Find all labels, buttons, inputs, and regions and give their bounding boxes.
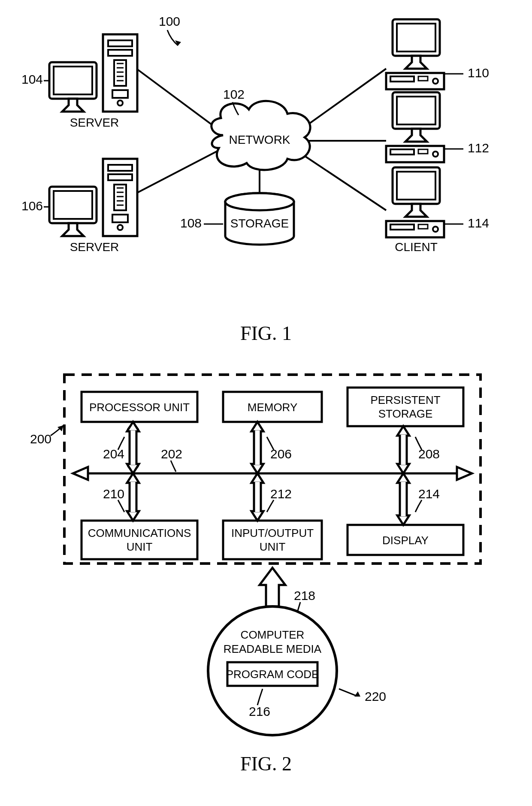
- ref-214: 214: [418, 487, 440, 501]
- client-3-label: CLIENT: [395, 240, 438, 254]
- client-3: CLIENT: [386, 167, 444, 254]
- svg-marker-59: [397, 426, 409, 436]
- svg-text:UNIT: UNIT: [127, 540, 153, 553]
- storage-cylinder: STORAGE: [225, 193, 294, 245]
- figure-1-diagram: 100 NETWORK 102 SERVER 104 SERVER 106 ST…: [9, 9, 523, 318]
- memory-box: MEMORY: [223, 392, 322, 422]
- svg-marker-69: [251, 473, 263, 483]
- svg-text:READABLE MEDIA: READABLE MEDIA: [224, 642, 322, 655]
- server-2-label: SERVER: [70, 240, 119, 254]
- ref-212: 212: [270, 487, 292, 501]
- ref-106: 106: [21, 199, 43, 213]
- ref-200: 200: [30, 432, 51, 446]
- server-1-label: SERVER: [70, 116, 119, 129]
- svg-text:COMMUNICATIONS: COMMUNICATIONS: [88, 527, 191, 539]
- figure-2-diagram: 200 202 PROCESSOR UNIT MEMORY PERSISTENT…: [9, 362, 523, 748]
- svg-line-18: [136, 148, 223, 193]
- server-2: SERVER: [49, 159, 137, 254]
- svg-line-21: [296, 150, 386, 210]
- persistent-storage-box: PERSISTENT STORAGE: [348, 388, 463, 426]
- svg-marker-32: [73, 467, 88, 480]
- computer-readable-media: COMPUTER READABLE MEDIA PROGRAM CODE: [208, 606, 337, 735]
- svg-text:COMPUTER: COMPUTER: [241, 628, 305, 641]
- display-box: DISPLAY: [348, 525, 463, 555]
- network-cloud: NETWORK: [212, 101, 310, 170]
- ref-210: 210: [103, 487, 124, 501]
- ref-102: 102: [223, 87, 245, 101]
- figure-2-caption: FIG. 2: [9, 752, 523, 775]
- svg-marker-74: [397, 473, 409, 483]
- svg-text:UNIT: UNIT: [260, 540, 286, 553]
- svg-text:PERSISTENT: PERSISTENT: [370, 394, 440, 406]
- svg-line-17: [136, 69, 223, 133]
- svg-marker-79: [260, 568, 285, 606]
- ref-204: 204: [103, 447, 124, 461]
- ref-218: 218: [294, 588, 315, 603]
- io-unit-box: INPUT/OUTPUT UNIT: [223, 521, 322, 559]
- svg-marker-64: [127, 473, 139, 483]
- ref-112: 112: [468, 141, 489, 155]
- svg-marker-75: [397, 515, 409, 525]
- ref-100: 100: [159, 14, 180, 28]
- svg-text:DISPLAY: DISPLAY: [382, 534, 429, 547]
- media-to-system-arrow: [260, 568, 285, 606]
- svg-marker-65: [127, 511, 139, 521]
- ref-220: 220: [365, 689, 386, 703]
- communications-unit-box: COMMUNICATIONS UNIT: [82, 521, 197, 559]
- svg-marker-49: [127, 422, 139, 431]
- ref-216: 216: [249, 704, 270, 718]
- svg-text:PROCESSOR UNIT: PROCESSOR UNIT: [89, 401, 190, 414]
- svg-line-84: [339, 689, 356, 696]
- ref-108: 108: [180, 216, 202, 230]
- svg-text:MEMORY: MEMORY: [248, 401, 298, 414]
- svg-marker-54: [251, 422, 263, 431]
- figure-1-caption: FIG. 1: [9, 322, 523, 345]
- svg-point-26: [225, 193, 294, 210]
- svg-text:PROGRAM CODE: PROGRAM CODE: [226, 668, 319, 681]
- processor-unit-box: PROCESSOR UNIT: [82, 392, 197, 422]
- svg-marker-70: [251, 511, 263, 521]
- ref-114: 114: [468, 216, 489, 230]
- ref-202: 202: [161, 447, 182, 461]
- svg-text:STORAGE: STORAGE: [378, 407, 433, 420]
- client-2: CLIENT: [386, 92, 444, 179]
- server-1: SERVER: [49, 34, 137, 129]
- ref-110: 110: [468, 66, 489, 80]
- svg-marker-33: [457, 467, 472, 480]
- svg-text:INPUT/OUTPUT: INPUT/OUTPUT: [231, 527, 314, 539]
- ref-104: 104: [21, 72, 43, 86]
- storage-label: STORAGE: [230, 217, 289, 230]
- network-label: NETWORK: [229, 133, 290, 146]
